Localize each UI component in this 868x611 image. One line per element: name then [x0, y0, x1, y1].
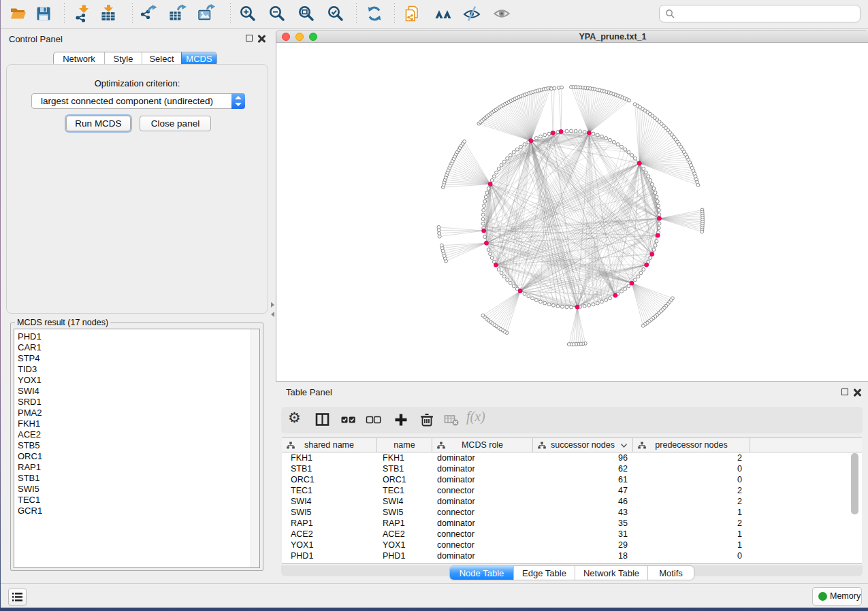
cell-mcds_role: dominator — [437, 452, 475, 463]
mcds-result-item[interactable]: PMA2 — [14, 408, 246, 418]
mcds-result-item[interactable]: TID3 — [14, 364, 246, 375]
splitter-expand-icon[interactable] — [271, 302, 274, 308]
mcds-result-list[interactable]: PHD1CAR1STP4TID3YOX1SWI4SRD1PMA2FKH1ACE2… — [14, 329, 260, 568]
close-panel-button[interactable]: Close panel — [140, 116, 211, 131]
tab-network-table[interactable]: Network Table — [575, 566, 647, 580]
cell-shared_name: SWI5 — [291, 507, 312, 518]
cell-name: PHD1 — [383, 550, 405, 561]
mcds-result-item[interactable]: SWI5 — [14, 484, 246, 495]
mcds-result-item[interactable]: CAR1 — [14, 342, 246, 353]
mcds-result-item[interactable]: SWI4 — [14, 386, 246, 397]
table-row[interactable]: SWI5SWI5connector431 — [282, 507, 862, 518]
settings-gear-icon[interactable]: ⚙ — [288, 410, 307, 429]
network-window-titlebar[interactable]: YPA_prune.txt_1 — [276, 30, 868, 43]
window-close-icon[interactable] — [282, 33, 290, 41]
table-row[interactable]: ORC1ORC1dominator610 — [282, 474, 862, 485]
table-row[interactable]: ACE2ACE2connector311 — [282, 529, 862, 540]
open-file-icon[interactable] — [9, 4, 28, 23]
cell-name: ACE2 — [383, 529, 405, 540]
tab-edge-table[interactable]: Edge Table — [513, 566, 575, 580]
cell-shared_name: YOX1 — [291, 540, 313, 550]
table-row[interactable]: TEC1TEC1connector472 — [282, 485, 862, 496]
hide-selected-icon[interactable] — [462, 4, 481, 23]
cell-predecessor_nodes: 2 — [701, 518, 742, 529]
mcds-result-item[interactable]: FKH1 — [14, 418, 246, 429]
table-row[interactable]: PHD1PHD1dominator180 — [282, 550, 862, 561]
status-menu-button[interactable] — [8, 589, 27, 606]
cell-predecessor_nodes: 2 — [701, 452, 742, 463]
mcds-result-item[interactable]: PHD1 — [14, 331, 246, 342]
criterion-select[interactable]: largest connected component (undirected) — [31, 93, 245, 109]
table-row[interactable]: STB1STB1dominator620 — [282, 463, 862, 474]
table-row[interactable]: RAP1RAP1dominator352 — [282, 518, 862, 529]
mcds-result-item[interactable]: TEC1 — [14, 495, 246, 506]
cell-successor_nodes: 61 — [587, 474, 628, 485]
cell-predecessor_nodes: 0 — [701, 463, 742, 474]
tab-motifs[interactable]: Motifs — [647, 566, 694, 580]
first-neighbors-icon[interactable] — [434, 4, 453, 23]
mcds-result-item[interactable]: SRD1 — [14, 397, 246, 408]
cell-name: FKH1 — [383, 452, 404, 463]
close-panel-icon[interactable] — [257, 35, 266, 43]
table-row[interactable]: YOX1YOX1connector291 — [282, 540, 862, 550]
tab-node-table[interactable]: Node Table — [450, 566, 513, 580]
mcds-result-item[interactable]: GCR1 — [14, 506, 246, 516]
select-all-icon[interactable] — [339, 410, 358, 429]
column-header-name[interactable]: name — [377, 438, 432, 452]
show-all-icon[interactable] — [492, 4, 511, 23]
table-float-panel-icon[interactable] — [841, 389, 848, 395]
network-canvas[interactable] — [276, 43, 868, 381]
mcds-result-item[interactable]: ACE2 — [14, 429, 246, 440]
column-header-MCDS-role[interactable]: MCDS role — [432, 438, 533, 452]
function-builder-icon[interactable]: f(x) — [466, 409, 494, 428]
show-columns-icon[interactable] — [313, 410, 332, 429]
run-mcds-button[interactable]: Run MCDS — [66, 116, 131, 131]
delete-column-icon[interactable] — [417, 410, 436, 429]
zoom-fit-icon[interactable] — [297, 4, 316, 23]
mcds-result-item[interactable]: STB5 — [14, 440, 246, 451]
cell-mcds_role: connector — [437, 540, 475, 550]
memory-button[interactable]: Memory — [812, 587, 862, 606]
column-header-predecessor-nodes[interactable]: predecessor nodes — [633, 438, 750, 452]
cell-predecessor_nodes: 1 — [701, 507, 742, 518]
export-table-icon[interactable] — [167, 4, 187, 23]
deselect-all-icon[interactable] — [364, 410, 383, 429]
cell-shared_name: ORC1 — [291, 474, 315, 485]
export-image-icon[interactable] — [196, 4, 215, 23]
table-row[interactable]: FKH1FKH1dominator962 — [282, 452, 862, 463]
cell-mcds_role: dominator — [437, 518, 475, 529]
save-session-icon[interactable] — [34, 4, 53, 23]
zoom-in-icon[interactable] — [238, 4, 257, 23]
share-document-icon[interactable] — [402, 4, 421, 23]
import-table-icon[interactable] — [99, 4, 118, 23]
column-header-shared-name[interactable]: shared name — [282, 438, 377, 452]
mcds-result-item[interactable]: RAP1 — [14, 462, 246, 473]
float-panel-icon[interactable] — [246, 35, 253, 42]
delete-table-icon[interactable] — [442, 410, 461, 429]
column-header-successor-nodes[interactable]: successor nodes — [533, 438, 633, 452]
refresh-icon[interactable] — [365, 4, 384, 23]
splitter-collapse-icon[interactable] — [271, 312, 274, 317]
mcds-result-item[interactable]: YOX1 — [14, 375, 246, 386]
mcds-result-item[interactable]: STP4 — [14, 353, 246, 364]
table-scrollbar-thumb[interactable] — [851, 453, 858, 514]
zoom-out-icon[interactable] — [268, 4, 287, 23]
table-close-panel-icon[interactable] — [853, 389, 861, 397]
mcds-result-label: MCDS result (17 nodes) — [15, 318, 110, 327]
import-network-icon[interactable] — [74, 4, 93, 23]
add-column-icon[interactable] — [391, 410, 411, 429]
criterion-select-value: largest connected component (undirected) — [41, 96, 213, 106]
mcds-result-item[interactable]: STB1 — [14, 473, 246, 484]
mcds-list-scrollbar[interactable] — [251, 329, 259, 567]
select-stepper-icon — [231, 93, 245, 109]
mcds-result-item[interactable]: ORC1 — [14, 451, 246, 462]
window-zoom-icon[interactable] — [309, 33, 317, 41]
zoom-selected-icon[interactable] — [326, 4, 345, 23]
search-input[interactable] — [659, 5, 861, 22]
cell-mcds_role: connector — [437, 507, 475, 518]
window-minimize-icon[interactable] — [295, 33, 304, 41]
export-network-icon[interactable] — [139, 4, 158, 23]
cell-shared_name: TEC1 — [291, 485, 312, 496]
table-row[interactable]: SWI4SWI4dominator462 — [282, 496, 862, 507]
node-table: shared namenameMCDS rolesuccessor nodesp… — [282, 437, 862, 564]
